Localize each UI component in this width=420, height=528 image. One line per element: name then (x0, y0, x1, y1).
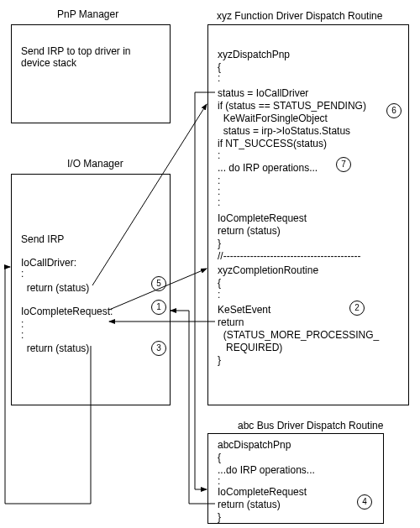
step-3: 3 (151, 341, 166, 356)
xyz-box: xyzDispatchPnp { : status = IoCallDriver… (207, 24, 409, 405)
xyz-l16: return (218, 316, 244, 328)
xyz-l4: if (status == STATUS_PENDING) (218, 100, 366, 112)
io-box: Send IRP IoCallDriver: : return (status)… (11, 174, 171, 405)
pnp-title: PnP Manager (57, 8, 118, 20)
xyz-l18: REQUIRED) (218, 342, 282, 353)
xyz-l2: { (218, 61, 221, 73)
diagram-canvas: PnP Manager I/O Manager xyz Function Dri… (0, 0, 420, 528)
xyz-l15: KeSetEvent (218, 304, 270, 316)
abc-l5: return (status) (218, 499, 281, 510)
xyz-l6: status = irp->IoStatus.Status (218, 125, 350, 137)
xyz-l7: if NT_SUCCESS(status) (218, 138, 327, 149)
io-title: I/O Manager (67, 158, 123, 170)
abc-box: abcDispatchPnp { ...do IRP operations...… (207, 433, 384, 524)
step-4: 4 (357, 494, 372, 510)
xyz-l10: return (status) (218, 225, 281, 237)
step-7: 7 (336, 157, 351, 172)
abc-l4: IoCompleteRequest (218, 486, 307, 498)
xyz-title: xyz Function Driver Dispatch Routine (217, 10, 382, 22)
xyz-l19: } (218, 354, 221, 366)
xyz-l3: status = IoCallDriver (218, 87, 308, 99)
pnp-box: Send IRP to top driver in device stack (11, 24, 171, 123)
step-5: 5 (151, 276, 166, 291)
step-2: 2 (349, 301, 365, 316)
io-iocomplete: IoCompleteRequest: (21, 306, 113, 317)
abc-l2: { (218, 452, 221, 463)
xyz-l1: xyzDispatchPnp (218, 49, 290, 60)
step-6: 6 (386, 103, 402, 118)
step-1: 1 (151, 300, 166, 315)
io-ret2: return (status) (21, 342, 89, 354)
abc-l6: } (218, 511, 221, 523)
xyz-l9: IoCompleteRequest (218, 212, 307, 224)
io-sendirp: Send IRP (21, 233, 64, 245)
io-iocall: IoCallDriver: (21, 257, 76, 269)
pnp-line1: Send IRP to top driver in (21, 45, 131, 57)
io-ret1: return (status) (21, 282, 89, 294)
abc-l1: abcDispatchPnp (218, 439, 291, 451)
pnp-line2: device stack (21, 57, 76, 69)
xyz-l8: ... do IRP operations... (218, 162, 318, 174)
abc-l3: ...do IRP operations... (218, 464, 315, 476)
xyz-l13: xyzCompletionRoutine (218, 264, 318, 276)
xyz-l17: (STATUS_MORE_PROCESSING_ (218, 329, 379, 341)
xyz-l14: { (218, 277, 221, 289)
xyz-l11: } (218, 238, 221, 249)
xyz-l5: KeWaitForSingleObject (218, 112, 328, 124)
abc-title: abc Bus Driver Dispatch Routine (238, 420, 383, 431)
xyz-l12: //--------------------------------------… (218, 250, 361, 262)
